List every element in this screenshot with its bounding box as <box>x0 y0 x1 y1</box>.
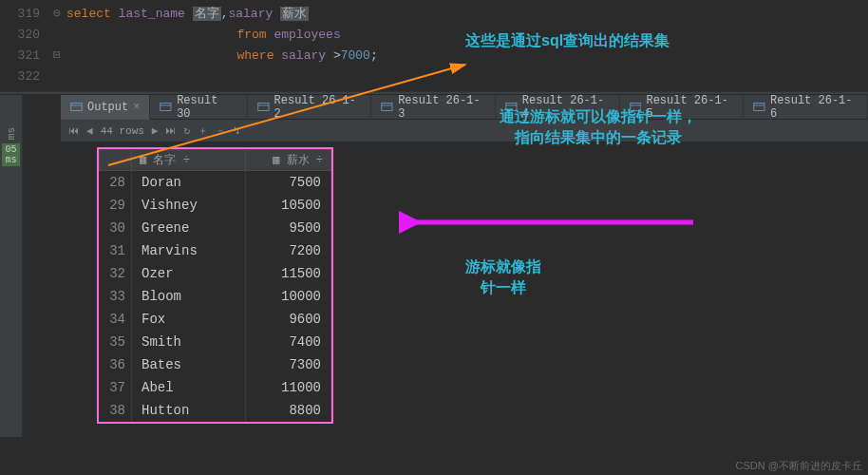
table-row[interactable]: 35Smith7400 <box>100 331 331 353</box>
col-name[interactable]: ▦ 名字 ÷ <box>132 150 246 171</box>
tab-result-26-1-2[interactable]: Result 26-1-2 <box>248 95 372 120</box>
table-row[interactable]: 33Bloom10000 <box>100 285 331 308</box>
table-row[interactable]: 29Vishney10500 <box>100 194 331 217</box>
result-grid[interactable]: ▦ 名字 ÷ ▦ 薪水 ÷ 28Doran750029Vishney105003… <box>99 149 331 422</box>
code-editor[interactable]: 319320321322 ⊖⊟ select last_name 名字,sala… <box>0 0 868 91</box>
row-count: 44 rows <box>101 125 144 137</box>
table-row[interactable]: 38Hutton8800 <box>100 399 331 422</box>
remove-icon[interactable]: － <box>216 124 226 138</box>
last-icon[interactable]: ⏭ <box>165 124 176 137</box>
annotation-3: 游标就像指 针一样 <box>465 256 541 299</box>
result-grid-highlight: ▦ 名字 ÷ ▦ 薪水 ÷ 28Doran750029Vishney105003… <box>97 147 333 424</box>
svg-rect-2 <box>160 104 171 111</box>
tab-result-30[interactable]: Result 30 <box>150 95 247 120</box>
tab-output[interactable]: Output × <box>61 95 150 120</box>
table-row[interactable]: 30Greene9500 <box>100 217 331 239</box>
col-salary[interactable]: ▦ 薪水 ÷ <box>246 150 331 171</box>
next-icon[interactable]: ▶ <box>152 124 159 137</box>
svg-rect-6 <box>382 104 392 111</box>
table-row[interactable]: 36Bates7300 <box>100 353 331 376</box>
first-icon[interactable]: ⏮ <box>68 124 79 137</box>
svg-rect-4 <box>258 104 269 111</box>
output-panel: ms 05 ms Output ×Result 30Result 26-1-2R… <box>0 95 868 437</box>
prev-icon[interactable]: ◀ <box>86 124 93 137</box>
line-gutter: 319320321322 <box>0 0 47 91</box>
table-row[interactable]: 32Ozer11500 <box>100 262 331 285</box>
table-row[interactable]: 31Marvins7200 <box>100 239 331 262</box>
col-rownum[interactable] <box>100 150 132 171</box>
result-tabs: Output ×Result 30Result 26-1-2Result 26-… <box>61 95 868 120</box>
commit-icon[interactable]: ↯ <box>234 124 240 137</box>
svg-rect-0 <box>71 103 82 110</box>
table-row[interactable]: 37Abel11000 <box>100 376 331 399</box>
fold-column: ⊖⊟ <box>47 0 66 91</box>
tab-result-26-1-3[interactable]: Result 26-1-3 <box>371 95 496 120</box>
add-icon[interactable]: ＋ <box>198 124 208 138</box>
annotation-1: 这些是通过sql查询出的结果集 <box>465 30 670 51</box>
annotation-2: 通过游标就可以像指针一样，指向结果集中的一条记录 <box>499 106 698 149</box>
tab-result-26-1-6[interactable]: Result 26-1-6 <box>744 95 868 120</box>
table-row[interactable]: 34Fox9600 <box>100 308 331 331</box>
table-row[interactable]: 28Doran7500 <box>100 171 331 194</box>
side-gutter: ms 05 ms <box>0 95 23 437</box>
refresh-icon[interactable]: ↻ <box>183 124 190 137</box>
result-toolbar: ⏮ ◀ 44 rows ▶ ⏭ ↻ ＋ － ↯ <box>61 120 868 142</box>
svg-rect-12 <box>754 104 764 111</box>
watermark: CSDN @不断前进的皮卡丘 <box>736 459 862 473</box>
